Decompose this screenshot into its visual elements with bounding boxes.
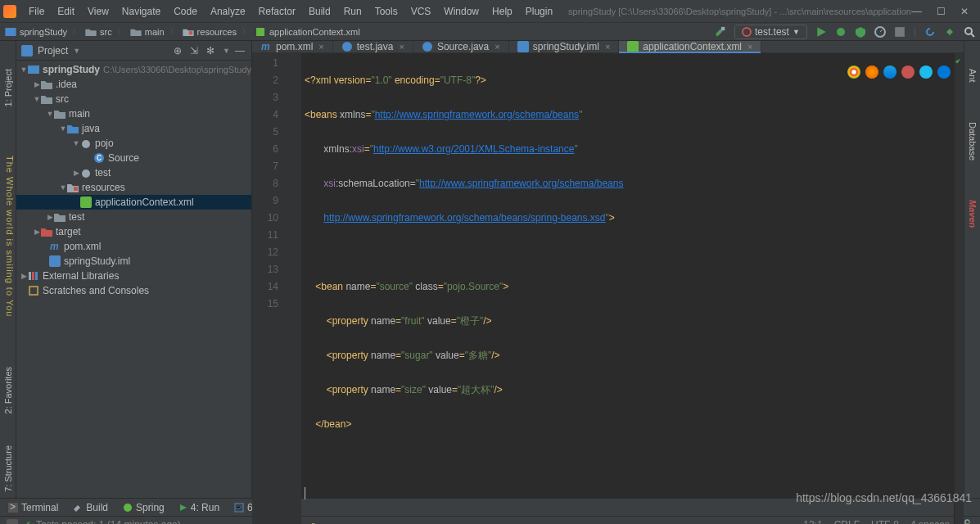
tool-tab-spring[interactable]: Spring [123, 502, 165, 513]
project-tree[interactable]: ▼ springStudy C:\Users\33066\Desktop\spr… [16, 61, 251, 498]
folder-icon [85, 28, 97, 36]
editor-tab-iml[interactable]: springStudy.iml× [509, 41, 620, 52]
tool-tab-favorites[interactable]: 2: Favorites [2, 364, 15, 417]
maximize-icon[interactable]: ☐ [937, 6, 946, 17]
menubar: File Edit View Navigate Code Analyze Ref… [3, 4, 558, 19]
safari-icon[interactable] [883, 66, 896, 79]
error-stripe[interactable] [954, 53, 964, 524]
line-number-gutter: 123456789101112131415 [252, 53, 285, 524]
menu-build[interactable]: Build [303, 4, 336, 19]
tool-tab-structure[interactable]: 7: Structure [2, 442, 15, 495]
ie-icon[interactable] [919, 66, 933, 79]
close-icon[interactable]: × [747, 42, 752, 52]
tree-scratches[interactable]: Scratches and Consoles [16, 283, 251, 298]
tree-main[interactable]: ▼main [16, 106, 251, 121]
tree-external-libs[interactable]: ▶External Libraries [16, 269, 251, 283]
hide-icon[interactable]: — [235, 45, 246, 56]
tool-tab-terminal[interactable]: >Terminal [8, 502, 58, 513]
stop-icon[interactable] [894, 26, 905, 38]
menu-tools[interactable]: Tools [369, 4, 404, 19]
project-dropdown[interactable]: Project [38, 45, 68, 56]
close-icon[interactable]: ✕ [960, 6, 969, 17]
tree-project-root[interactable]: ▼ springStudy C:\Users\33066\Desktop\spr… [16, 62, 251, 77]
tool-tab-database[interactable]: Database [966, 119, 979, 164]
menu-plugin[interactable]: Plugin [520, 4, 558, 19]
menu-window[interactable]: Window [438, 4, 485, 19]
editor-tab-sourcejava[interactable]: Source.java× [413, 41, 509, 52]
tree-source-class[interactable]: cSource [16, 151, 251, 165]
breadcrumb-src[interactable]: src [100, 27, 112, 37]
code-area[interactable]: 123456789101112131415 <?xml version="1.0… [252, 53, 964, 524]
minimize-icon[interactable]: — [912, 6, 922, 17]
close-icon[interactable]: × [399, 42, 404, 52]
tab-label: applicationContext.xml [643, 41, 742, 52]
tree-appcontext[interactable]: applicationContext.xml [16, 195, 251, 210]
svg-rect-1 [188, 31, 192, 34]
run-config-selector[interactable]: test.test ▼ [734, 25, 807, 39]
tree-resources[interactable]: ▼resources [16, 180, 251, 195]
run-icon[interactable] [815, 26, 827, 38]
svg-rect-27 [627, 41, 639, 52]
chrome-icon[interactable] [847, 66, 860, 79]
tool-tab-run[interactable]: 4: Run [179, 502, 219, 513]
locate-icon[interactable]: ⊕ [174, 45, 185, 56]
menu-navigate[interactable]: Navigate [116, 4, 166, 19]
menu-edit[interactable]: Edit [52, 4, 80, 19]
close-icon[interactable]: × [605, 42, 610, 52]
svg-rect-2 [256, 28, 264, 36]
debug-icon[interactable] [835, 26, 847, 38]
scratch-icon [28, 285, 39, 296]
editor-tab-pom[interactable]: mpom.xml× [252, 41, 333, 52]
tree-pojo[interactable]: ▼pojo [16, 136, 251, 151]
menu-run[interactable]: Run [338, 4, 368, 19]
editor-tab-appcontext[interactable]: applicationContext.xml× [619, 41, 761, 52]
tree-test-dir[interactable]: ▶test [16, 210, 251, 224]
tree-target[interactable]: ▶target [16, 224, 251, 239]
svg-point-30 [124, 504, 132, 512]
tool-tab-maven[interactable]: Maven [966, 196, 979, 231]
menu-vcs[interactable]: VCS [405, 4, 437, 19]
chevron-right-icon: 〉 [242, 26, 250, 38]
tree-idea[interactable]: ▶.idea [16, 77, 251, 92]
search-icon[interactable] [964, 26, 975, 38]
expand-icon[interactable]: ⇲ [190, 45, 201, 56]
tool-tab-project[interactable]: 1: Project [2, 66, 15, 110]
breadcrumb-resources[interactable]: resources [197, 27, 237, 37]
breadcrumb-main[interactable]: main [145, 27, 165, 37]
firefox-icon[interactable] [865, 66, 878, 79]
code-content[interactable]: <?xml version="1.0" encoding="UTF-8"?> <… [301, 53, 954, 524]
menu-help[interactable]: Help [486, 4, 518, 19]
chevron-down-icon: ▼ [793, 28, 800, 36]
close-icon[interactable]: × [318, 42, 323, 52]
tree-java[interactable]: ▼java [16, 121, 251, 136]
close-icon[interactable]: × [495, 42, 499, 52]
opera-icon[interactable] [901, 66, 915, 79]
menu-code[interactable]: Code [168, 4, 203, 19]
breadcrumb-file[interactable]: applicationContext.xml [269, 27, 360, 37]
editor-tab-testjava[interactable]: test.java× [333, 41, 413, 52]
breadcrumb-project[interactable]: springStudy [20, 27, 67, 37]
tool-tab-ant[interactable]: Ant [966, 66, 979, 86]
update-icon[interactable] [924, 26, 936, 38]
menu-analyze[interactable]: Analyze [205, 4, 251, 19]
tree-label: target [56, 226, 81, 237]
commit-icon[interactable] [944, 26, 955, 38]
menu-refactor[interactable]: Refactor [253, 4, 301, 19]
tree-test-pkg[interactable]: ▶test [16, 165, 251, 180]
project-sidebar: Project ▼ ⊕ ⇲ ✻ ▼ — ▼ springStudy C:\Use… [16, 41, 252, 498]
tool-tab-build[interactable]: Build [73, 502, 108, 513]
tree-label: pom.xml [64, 241, 101, 252]
tree-iml[interactable]: springStudy.iml [16, 254, 251, 269]
gear-icon[interactable]: ✻ [206, 45, 218, 56]
tree-pom[interactable]: mpom.xml [16, 239, 251, 254]
window-title: springStudy [C:\Users\33066\Desktop\spri… [568, 7, 912, 16]
coverage-icon[interactable] [855, 26, 866, 38]
svg-text:m: m [261, 41, 270, 52]
profile-icon[interactable] [874, 26, 886, 38]
menu-view[interactable]: View [82, 4, 115, 19]
tree-src[interactable]: ▼src [16, 92, 251, 106]
menu-file[interactable]: File [23, 4, 50, 19]
edge-icon[interactable] [937, 66, 951, 79]
hammer-icon[interactable] [715, 26, 726, 38]
svg-point-25 [422, 42, 432, 52]
